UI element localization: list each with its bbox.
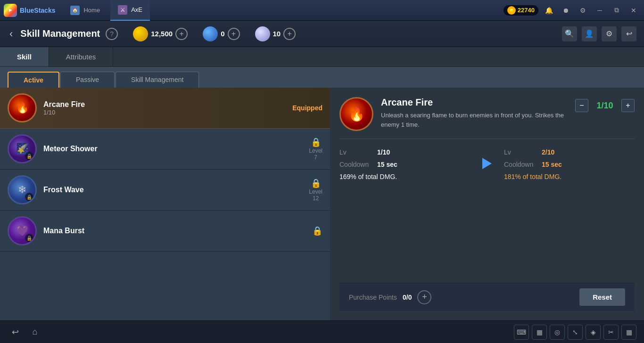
page-title: Skill Management (20, 28, 100, 39)
home-tab-icon: 🏠 (70, 6, 80, 15)
skill-item-meteor-shower[interactable]: 🌠 🔒 Meteor Shower 🔒 Level 7 (0, 129, 330, 170)
next-lv-row: Lv 2/10 (504, 148, 635, 156)
close-btn[interactable]: ✕ (627, 4, 640, 17)
frost-level-value: 12 (313, 195, 319, 202)
level-decrease-btn[interactable]: − (575, 99, 588, 112)
content-area: 🔥 Arcane Fire 1/10 Equipped 🌠 🔒 Meteor S… (0, 88, 644, 320)
mana-burst-name: Mana Burst (43, 227, 84, 235)
current-cooldown-value: 15 sec (377, 161, 397, 168)
frost-wave-info: Frost Wave (43, 186, 84, 194)
arcane-fire-equipped: Equipped (292, 104, 322, 112)
detail-skill-name: Arcane Fire (381, 97, 568, 108)
settings-btn[interactable]: ⚙ (576, 4, 589, 17)
comparison-arrow (478, 148, 496, 169)
record-btn[interactable]: ⏺ (559, 4, 572, 17)
mana-burst-icon: 💜 🔒 (8, 216, 37, 245)
taskbar-back-btn[interactable]: ↩ (8, 325, 23, 340)
add-white-btn[interactable]: + (283, 28, 296, 40)
grid-icon[interactable]: ▦ (621, 325, 636, 340)
tab-skill[interactable]: Skill (0, 47, 49, 66)
current-lv-label: Lv (339, 148, 377, 156)
brand-label: BlueStacks (20, 7, 55, 14)
detail-header: 🔥 Arcane Fire Unleash a searing flame to… (339, 97, 635, 139)
frost-wave-name: Frost Wave (43, 186, 84, 194)
current-dmg: 169% of total DMG. (339, 173, 470, 180)
arcane-fire-name: Arcane Fire (43, 100, 85, 109)
arcane-fire-info: Arcane Fire 1/10 (43, 100, 85, 116)
taskbar: ↩ ⌂ ⌨ ▦ ◎ ⤡ ◈ ✂ ▦ (0, 320, 644, 343)
mana-burst-info: Mana Burst (43, 227, 84, 235)
title-bar: ▶ BlueStacks 🏠 Home ⚔ AxE P 22740 🔔 ⏺ ⚙ … (0, 0, 644, 21)
expand-icon[interactable]: ⤡ (568, 325, 583, 340)
bluestacks-logo: ▶ (4, 4, 17, 17)
tab-attributes[interactable]: Attributes (49, 47, 113, 66)
keyboard-icon[interactable]: ⌨ (514, 325, 529, 340)
scissors-icon[interactable]: ✂ (603, 325, 619, 340)
stats-area: Lv 1/10 Cooldown 15 sec 169% of total DM… (339, 148, 635, 180)
main-tabs: Skill Attributes (0, 47, 644, 67)
coin-icon: P (507, 6, 516, 15)
frost-level-label: Level (309, 188, 322, 195)
bottom-bar: Purchase Points 0/0 + Reset (339, 283, 635, 311)
add-blue-btn[interactable]: + (228, 28, 240, 40)
tab-home[interactable]: 🏠 Home (63, 0, 107, 21)
purchase-add-btn[interactable]: + (417, 290, 431, 304)
meteor-lock-icon: 🔒 (25, 152, 33, 160)
next-cooldown-value: 15 sec (542, 161, 562, 168)
skill-item-mana-burst[interactable]: 💜 🔒 Mana Burst 🔒 (0, 211, 330, 252)
coins-badge: P 22740 (504, 5, 538, 16)
arrow-right-icon (482, 158, 492, 169)
restore-btn[interactable]: ⧉ (610, 4, 623, 17)
subtab-passive[interactable]: Passive (60, 72, 115, 88)
meteor-shower-icon: 🌠 🔒 (8, 134, 37, 163)
title-bar-right: P 22740 🔔 ⏺ ⚙ ─ ⧉ ✕ (504, 4, 640, 17)
taskbar-left: ↩ ⌂ (8, 325, 42, 340)
skill-item-frost-wave[interactable]: ❄ 🔒 Frost Wave 🔒 Level 12 (0, 170, 330, 211)
level-increase-btn[interactable]: + (621, 99, 635, 112)
mana-lock-icon: 🔒 (25, 234, 33, 242)
stats-next: Lv 2/10 Cooldown 15 sec 181% of total DM… (504, 148, 635, 180)
next-lv-label: Lv (504, 148, 542, 156)
coins-value: 22740 (518, 7, 535, 14)
skill-item-arcane-fire[interactable]: 🔥 Arcane Fire 1/10 Equipped (0, 88, 330, 129)
mana-burst-locked: 🔒 (312, 226, 322, 236)
top-bar-actions: 🔍 👤 ⚙ ↩ (562, 26, 636, 41)
detail-info: Arcane Fire Unleash a searing flame to b… (381, 97, 568, 129)
help-button[interactable]: ? (106, 28, 118, 40)
currency-white: 10 + (255, 26, 296, 41)
skill-list: 🔥 Arcane Fire 1/10 Equipped 🌠 🔒 Meteor S… (0, 88, 330, 320)
blue-value: 0 (221, 30, 224, 38)
next-lv-value: 2/10 (542, 148, 554, 156)
meteor-shower-info: Meteor Shower (43, 145, 98, 153)
app-content: ‹ Skill Management ? 12,500 + 0 + 10 + 🔍… (0, 21, 644, 320)
tab-axe[interactable]: ⚔ AxE (110, 0, 150, 21)
meteor-level-label: Level (309, 147, 322, 154)
purchase-value: 0/0 (403, 294, 412, 301)
profile-btn[interactable]: 👤 (582, 26, 597, 41)
sub-tabs: Active Passive Skill Management (0, 67, 644, 88)
reset-button[interactable]: Reset (579, 288, 625, 306)
top-bar: ‹ Skill Management ? 12,500 + 0 + 10 + 🔍… (0, 21, 644, 47)
location-icon[interactable]: ◈ (586, 325, 601, 340)
taskbar-home-btn[interactable]: ⌂ (27, 325, 42, 340)
search-btn[interactable]: 🔍 (562, 26, 577, 41)
frost-lock-symbol: 🔒 (309, 178, 322, 188)
minimize-btn[interactable]: ─ (593, 4, 606, 17)
add-gold-btn[interactable]: + (175, 28, 188, 40)
subtab-active[interactable]: Active (8, 72, 59, 88)
level-control: − 1/10 + (575, 99, 635, 112)
next-cooldown-row: Cooldown 15 sec (504, 161, 635, 168)
exit-btn[interactable]: ↩ (621, 26, 636, 41)
meteor-shower-locked: 🔒 Level 7 (309, 137, 322, 161)
back-button[interactable]: ‹ (8, 26, 15, 42)
notification-btn[interactable]: 🔔 (542, 4, 555, 17)
subtab-skill-management[interactable]: Skill Management (116, 72, 199, 88)
home-tab-label: Home (83, 7, 100, 14)
skill-detail-panel: 🔥 Arcane Fire Unleash a searing flame to… (330, 88, 644, 320)
keyboard2-icon[interactable]: ▦ (532, 325, 547, 340)
camera-icon[interactable]: ◎ (550, 325, 565, 340)
stats-current: Lv 1/10 Cooldown 15 sec 169% of total DM… (339, 148, 470, 180)
gear-btn[interactable]: ⚙ (602, 26, 617, 41)
detail-skill-desc: Unleash a searing flame to burn enemies … (381, 111, 568, 129)
frost-lock-icon: 🔒 (25, 193, 33, 201)
